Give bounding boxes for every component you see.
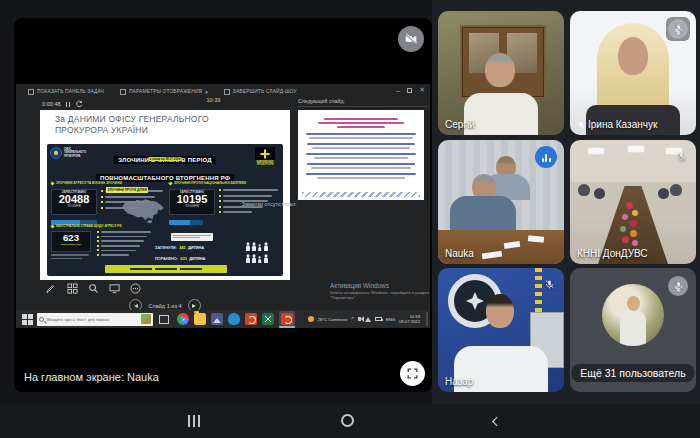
thumb-title-placeholder — [324, 118, 397, 120]
progress-bar — [169, 220, 203, 225]
infographic-header: ЗЛОЧИНИ ВЧИНЕНІ В ПЕРІОД ПОВНОМАСШТАБНОГ… — [96, 148, 234, 184]
end-slideshow-button[interactable]: ЗАВЕРШИТЬ СЛАЙД-ШОУ — [224, 89, 297, 95]
end-slideshow-label: ЗАВЕРШИТЬ СЛАЙД-ШОУ — [233, 89, 297, 94]
back-button[interactable] — [489, 414, 502, 432]
tray-clock[interactable]: 10:39 08.07.2022 — [399, 314, 420, 325]
meeting-screen: ПОКАЗАТЬ ПАНЕЛЬ ЗАДАЧ ПАРАМЕТРЫ ОТОБРАЖЕ… — [0, 0, 700, 438]
recent-apps-button[interactable] — [188, 415, 200, 427]
natsec-crimes-stat: ЗАРЕЄСТРОВАНО 10195 ЗЛОЧИНІВ — [169, 189, 215, 215]
participant-name: Сергій — [445, 119, 475, 130]
start-button[interactable] — [22, 314, 33, 325]
search-placeholder: Введите здесь текст для поиска — [47, 317, 138, 322]
more-users-label: Ещё 31 пользователь — [571, 364, 694, 382]
juvenile-prosecutors-logo: ЮВЕНАЛЬНІ ПРОКУРОРИ — [250, 147, 280, 166]
participant-tile-nazar[interactable]: Назар — [438, 268, 564, 392]
participant-tile-sergiy[interactable]: Сергій — [438, 11, 564, 135]
mic-muted-indicator — [544, 276, 555, 294]
prosecutor-office-logo: ОФІС ГЕНЕРАЛЬНОГО ПРОКУРОРА — [50, 147, 86, 159]
close-button[interactable]: ✕ — [419, 86, 425, 94]
avatar — [602, 284, 664, 346]
volume-icon[interactable] — [358, 317, 361, 321]
black-screen-button[interactable] — [109, 283, 120, 294]
children-killed-line: ЗАГИНУЛИ: 341 ДИТИНА — [155, 245, 204, 250]
cross-emblem-icon — [255, 147, 275, 160]
fullscreen-button[interactable] — [400, 361, 425, 386]
pinned-apps — [177, 311, 295, 328]
mic-off-icon — [676, 151, 687, 162]
children-crimes-tag: ЗЛОЧИНИ ПРОТИ ДІТЕЙ — [106, 187, 148, 192]
war-crimes-value: 20488 — [52, 194, 96, 205]
case-note-placeholder — [51, 254, 89, 259]
pause-timer-button[interactable] — [66, 102, 71, 107]
active-powerpoint-window[interactable] — [279, 311, 295, 328]
display-settings-label: ПАРАМЕТРЫ ОТОБРАЖЕНИЯ — [129, 89, 202, 94]
participant-tile-more-users[interactable]: Ещё 31 пользователь — [570, 268, 696, 392]
minimize-button[interactable]: – — [396, 87, 400, 94]
diamond-bullet-icon — [50, 181, 54, 185]
diamond-bullet-icon — [168, 181, 172, 185]
next-slide-thumbnail[interactable] — [298, 110, 424, 200]
pen-tool-button[interactable] — [46, 283, 57, 294]
mic-off-icon — [673, 24, 684, 35]
display-settings-button[interactable]: ПАРАМЕТРЫ ОТОБРАЖЕНИЯ ▾ — [120, 89, 208, 95]
main-case-stat: 623 ПІДОЗРЮВАНИХ — [51, 231, 91, 252]
home-button[interactable] — [341, 414, 354, 427]
battery-icon[interactable] — [375, 317, 382, 321]
fullscreen-icon — [406, 367, 419, 380]
see-all-slides-button[interactable] — [67, 283, 78, 294]
arrow-left-icon — [134, 304, 138, 308]
family-icons — [245, 254, 271, 263]
participant-tile-nauka[interactable]: Nauka — [438, 140, 564, 264]
photos-icon[interactable] — [211, 313, 223, 325]
presenter-tools — [46, 283, 141, 294]
hidden-icons-button[interactable]: ^ — [351, 316, 354, 322]
network-icon[interactable] — [365, 317, 371, 322]
camera-off-button[interactable] — [398, 26, 424, 52]
search-highlight-image — [141, 314, 151, 324]
current-slide: За ДАНИМИ ОФІСУ ГЕНЕРАЛЬНОГО ПРОКУРОРА У… — [40, 110, 290, 280]
show-taskbar-button[interactable]: ПОКАЗАТЬ ПАНЕЛЬ ЗАДАЧ — [28, 89, 104, 95]
powerpoint-active-icon — [281, 313, 293, 325]
camera-off-icon — [404, 32, 418, 46]
org-name: ОФІС ГЕНЕРАЛЬНОГО ПРОКУРОРА — [64, 148, 86, 158]
back-arrow-icon — [489, 415, 502, 428]
onedrive-icon[interactable] — [228, 313, 240, 325]
powerpoint-presenter-view: ПОКАЗАТЬ ПАНЕЛЬ ЗАДАЧ ПАРАМЕТРЫ ОТОБРАЖЕ… — [16, 84, 430, 328]
more-options-button[interactable] — [130, 283, 141, 294]
language-indicator[interactable]: ENG — [386, 317, 395, 322]
participant-tile-knni[interactable]: КННІ ДонДУВС — [570, 140, 696, 264]
file-explorer-icon[interactable] — [194, 313, 206, 325]
search-icon — [39, 317, 44, 322]
next-slide-panel: Следующий слайд: — [298, 98, 428, 200]
taskbar-search[interactable]: Введите здесь текст для поиска — [37, 313, 153, 326]
powerpoint-icon[interactable] — [245, 313, 257, 325]
taskbar-icon — [28, 89, 34, 95]
participant-tile-iryna[interactable]: Ірина Казанчук — [570, 11, 696, 135]
slide-title: За ДАНИМИ ОФІСУ ГЕНЕРАЛЬНОГО ПРОКУРОРА У… — [55, 114, 209, 135]
maximize-button[interactable] — [407, 88, 412, 93]
mic-muted-indicator — [666, 17, 690, 41]
killed-value: 341 — [179, 245, 186, 250]
show-taskbar-label: ПОКАЗАТЬ ПАНЕЛЬ ЗАДАЧ — [37, 89, 104, 94]
browser-icon[interactable] — [177, 313, 189, 325]
show-desktop-button[interactable] — [426, 312, 428, 326]
mic-off-icon — [544, 279, 555, 290]
excel-icon[interactable] — [262, 313, 274, 325]
main-screen-status: На главном экране: Nauka — [24, 371, 159, 383]
restart-timer-button[interactable] — [75, 100, 83, 108]
end-show-icon — [224, 89, 230, 95]
windows-taskbar: Введите здесь текст для поиска 28°C Солн… — [16, 310, 430, 328]
audio-speaking-indicator — [535, 146, 557, 168]
participant-name: Nauka — [445, 248, 474, 259]
weather-sun-icon — [308, 316, 314, 322]
next-slide-label: Следующий слайд: — [298, 98, 428, 107]
war-crimes-stat: ЗАРЕЄСТРОВАНО 20488 ЗЛОЧИНІВ — [51, 189, 97, 215]
current-time: 10:39 — [206, 97, 220, 103]
task-view-button[interactable] — [159, 315, 169, 324]
weather-widget[interactable]: 28°C Солнечно — [318, 317, 348, 322]
thumb-border-decoration — [302, 192, 420, 197]
zoom-slide-button[interactable] — [88, 283, 99, 294]
shared-screen-area: ПОКАЗАТЬ ПАНЕЛЬ ЗАДАЧ ПАРАМЕТРЫ ОТОБРАЖЕ… — [14, 18, 432, 392]
timer-value: 0:00:48 — [42, 101, 61, 107]
prosecutor-infographic: ОФІС ГЕНЕРАЛЬНОГО ПРОКУРОРА ЗЛОЧИНИ ВЧИН… — [47, 144, 283, 276]
